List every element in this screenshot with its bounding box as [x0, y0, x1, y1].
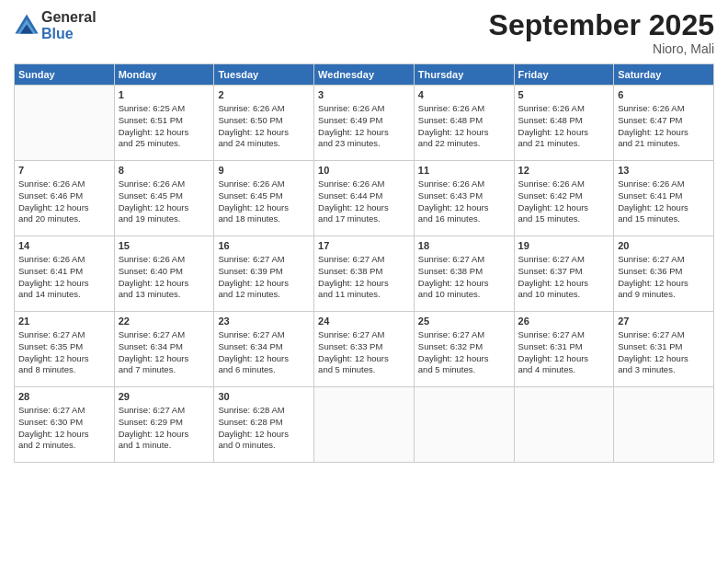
- day-info: Daylight: 12 hours: [618, 202, 710, 214]
- day-info: Sunrise: 6:28 AM: [218, 405, 310, 417]
- day-info: Sunrise: 6:26 AM: [18, 178, 110, 190]
- day-info: Daylight: 12 hours: [618, 278, 710, 290]
- day-info: Sunrise: 6:27 AM: [518, 329, 610, 341]
- day-info: and 19 minutes.: [119, 213, 210, 225]
- day-info: Daylight: 12 hours: [119, 202, 210, 214]
- calendar-table: Sunday Monday Tuesday Wednesday Thursday…: [14, 63, 714, 463]
- day-info: Daylight: 12 hours: [318, 202, 410, 214]
- day-info: Sunset: 6:37 PM: [518, 266, 610, 278]
- day-info: Sunrise: 6:26 AM: [119, 254, 210, 266]
- calendar-cell: [614, 387, 714, 463]
- day-info: and 12 minutes.: [218, 289, 310, 301]
- day-info: Sunrise: 6:27 AM: [119, 405, 210, 417]
- day-info: Sunrise: 6:26 AM: [518, 178, 610, 190]
- day-info: Daylight: 12 hours: [618, 353, 710, 365]
- day-number: 10: [318, 164, 410, 178]
- day-info: Sunset: 6:38 PM: [418, 266, 510, 278]
- day-info: Daylight: 12 hours: [518, 278, 610, 290]
- day-info: Daylight: 12 hours: [318, 353, 410, 365]
- title-block: September 2025 Nioro, Mali: [489, 9, 714, 56]
- day-info: Sunset: 6:48 PM: [418, 115, 510, 127]
- day-number: 8: [119, 164, 210, 178]
- day-info: Sunrise: 6:27 AM: [318, 329, 410, 341]
- calendar-cell: [414, 387, 514, 463]
- col-friday: Friday: [514, 64, 614, 86]
- day-number: 1: [119, 88, 210, 102]
- week-row-5: 28Sunrise: 6:27 AMSunset: 6:30 PMDayligh…: [15, 387, 714, 463]
- calendar-cell: 5Sunrise: 6:26 AMSunset: 6:48 PMDaylight…: [514, 86, 614, 161]
- logo: General Blue: [14, 9, 97, 42]
- day-info: Sunset: 6:48 PM: [518, 115, 610, 127]
- day-info: Daylight: 12 hours: [119, 278, 210, 290]
- day-number: 29: [119, 390, 210, 404]
- calendar-cell: 23Sunrise: 6:27 AMSunset: 6:34 PMDayligh…: [214, 312, 314, 387]
- day-info: Daylight: 12 hours: [119, 429, 210, 441]
- day-info: Sunrise: 6:26 AM: [418, 178, 510, 190]
- calendar-cell: 24Sunrise: 6:27 AMSunset: 6:33 PMDayligh…: [314, 312, 415, 387]
- calendar-cell: 25Sunrise: 6:27 AMSunset: 6:32 PMDayligh…: [414, 312, 514, 387]
- day-info: and 24 minutes.: [218, 138, 310, 150]
- day-info: and 25 minutes.: [119, 138, 210, 150]
- day-info: Sunset: 6:35 PM: [18, 341, 110, 353]
- day-info: Sunrise: 6:27 AM: [418, 254, 510, 266]
- day-info: Sunrise: 6:26 AM: [418, 103, 510, 115]
- logo-icon: [14, 13, 40, 39]
- day-info: and 10 minutes.: [418, 289, 510, 301]
- day-info: Sunrise: 6:25 AM: [119, 103, 210, 115]
- day-info: and 23 minutes.: [318, 138, 410, 150]
- day-info: Sunset: 6:44 PM: [318, 190, 410, 202]
- day-info: Daylight: 12 hours: [318, 278, 410, 290]
- day-info: Daylight: 12 hours: [218, 429, 310, 441]
- col-thursday: Thursday: [414, 64, 514, 86]
- calendar-cell: 4Sunrise: 6:26 AMSunset: 6:48 PMDaylight…: [414, 86, 514, 161]
- calendar-cell: 20Sunrise: 6:27 AMSunset: 6:36 PMDayligh…: [614, 236, 714, 312]
- col-monday: Monday: [114, 64, 214, 86]
- calendar-cell: 29Sunrise: 6:27 AMSunset: 6:29 PMDayligh…: [114, 387, 214, 463]
- day-number: 26: [518, 315, 610, 328]
- calendar-cell: 27Sunrise: 6:27 AMSunset: 6:31 PMDayligh…: [614, 312, 714, 387]
- logo-general: General: [41, 9, 97, 26]
- calendar-cell: 10Sunrise: 6:26 AMSunset: 6:44 PMDayligh…: [314, 161, 415, 236]
- day-info: Daylight: 12 hours: [18, 353, 110, 365]
- calendar-cell: 28Sunrise: 6:27 AMSunset: 6:30 PMDayligh…: [15, 387, 115, 463]
- day-info: Sunrise: 6:26 AM: [318, 103, 410, 115]
- day-info: Daylight: 12 hours: [218, 278, 310, 290]
- day-info: and 22 minutes.: [418, 138, 510, 150]
- day-info: and 1 minute.: [119, 440, 210, 452]
- day-info: Sunset: 6:42 PM: [518, 190, 610, 202]
- col-wednesday: Wednesday: [314, 64, 415, 86]
- calendar-cell: 30Sunrise: 6:28 AMSunset: 6:28 PMDayligh…: [214, 387, 314, 463]
- day-info: Sunset: 6:36 PM: [618, 266, 710, 278]
- day-info: Daylight: 12 hours: [18, 429, 110, 441]
- day-info: Sunset: 6:34 PM: [119, 341, 210, 353]
- day-info: Sunset: 6:41 PM: [618, 190, 710, 202]
- day-info: Sunrise: 6:26 AM: [618, 178, 710, 190]
- page: General Blue September 2025 Nioro, Mali …: [0, 0, 728, 563]
- day-info: Sunrise: 6:27 AM: [618, 254, 710, 266]
- day-info: Sunrise: 6:26 AM: [218, 178, 310, 190]
- day-info: and 8 minutes.: [18, 364, 110, 376]
- day-info: Daylight: 12 hours: [518, 202, 610, 214]
- day-info: Sunset: 6:49 PM: [318, 115, 410, 127]
- day-number: 18: [418, 239, 510, 253]
- day-info: Sunset: 6:28 PM: [218, 417, 310, 429]
- day-number: 14: [18, 239, 110, 253]
- week-row-2: 7Sunrise: 6:26 AMSunset: 6:46 PMDaylight…: [15, 161, 714, 236]
- calendar-cell: 13Sunrise: 6:26 AMSunset: 6:41 PMDayligh…: [614, 161, 714, 236]
- day-info: Sunrise: 6:27 AM: [418, 329, 510, 341]
- day-number: 19: [518, 239, 610, 253]
- calendar-cell: 18Sunrise: 6:27 AMSunset: 6:38 PMDayligh…: [414, 236, 514, 312]
- day-info: Sunset: 6:32 PM: [418, 341, 510, 353]
- day-number: 25: [418, 315, 510, 328]
- day-info: Daylight: 12 hours: [318, 127, 410, 139]
- day-info: and 3 minutes.: [618, 364, 710, 376]
- day-info: Sunrise: 6:26 AM: [218, 103, 310, 115]
- day-info: Sunset: 6:39 PM: [218, 266, 310, 278]
- day-info: and 6 minutes.: [218, 364, 310, 376]
- day-info: Sunset: 6:31 PM: [618, 341, 710, 353]
- day-number: 15: [119, 239, 210, 253]
- day-info: and 14 minutes.: [18, 289, 110, 301]
- day-info: and 2 minutes.: [18, 440, 110, 452]
- day-info: and 15 minutes.: [518, 213, 610, 225]
- day-info: and 5 minutes.: [418, 364, 510, 376]
